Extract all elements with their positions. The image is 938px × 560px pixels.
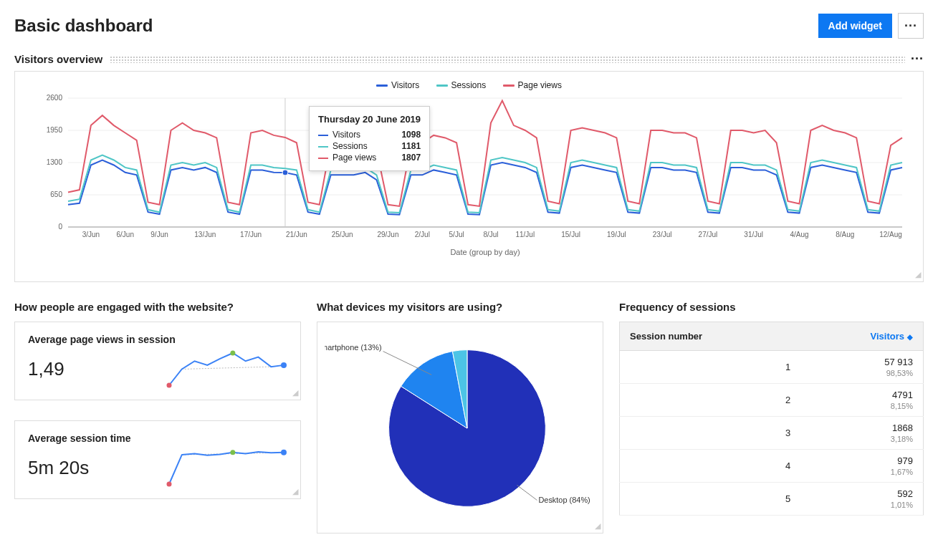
- svg-text:2600: 2600: [47, 95, 63, 102]
- kpi-pageviews-sparkline: [166, 349, 287, 389]
- overview-title: Visitors overview: [14, 53, 102, 65]
- svg-text:2/Jul: 2/Jul: [415, 231, 430, 238]
- frequency-title: Frequency of sessions: [619, 301, 924, 313]
- more-menu-button[interactable]: ···: [898, 13, 924, 39]
- svg-text:6/Jun: 6/Jun: [116, 231, 133, 238]
- frequency-section: Frequency of sessions Session number Vis…: [619, 301, 924, 534]
- overview-legend: Visitors Sessions Page views: [25, 80, 913, 90]
- sort-icon: ◆: [907, 333, 913, 341]
- overview-menu-button[interactable]: ···: [911, 52, 924, 67]
- engagement-title: How people are engaged with the website?: [14, 301, 301, 313]
- page-header: Basic dashboard Add widget ···: [14, 7, 924, 52]
- svg-point-12: [282, 170, 288, 175]
- svg-text:Desktop (84%): Desktop (84%): [538, 496, 590, 504]
- engagement-section: How people are engaged with the website?…: [14, 301, 301, 534]
- overview-chart-card: Visitors Sessions Page views 06501300195…: [14, 71, 924, 282]
- table-row[interactable]: 247918,15%: [620, 384, 924, 417]
- kpi-pageviews-card: Average page views in session 1,49 ◢: [14, 322, 301, 400]
- table-row[interactable]: 55921,01%: [620, 483, 924, 516]
- svg-text:Smartphone (13%): Smartphone (13%): [325, 343, 382, 352]
- svg-line-43: [517, 486, 537, 501]
- svg-point-36: [281, 362, 287, 368]
- svg-text:8/Aug: 8/Aug: [836, 231, 854, 238]
- svg-text:27/Jul: 27/Jul: [699, 231, 718, 238]
- resize-handle-icon[interactable]: ◢: [292, 487, 297, 496]
- svg-point-34: [167, 383, 172, 388]
- svg-point-35: [230, 351, 235, 356]
- legend-sessions[interactable]: Sessions: [436, 80, 487, 90]
- resize-handle-icon[interactable]: ◢: [915, 270, 920, 279]
- overview-widget-header: Visitors overview ···: [14, 52, 924, 67]
- svg-text:1950: 1950: [47, 126, 63, 134]
- tooltip-title: Thursday 20 June 2019: [318, 114, 421, 125]
- kpi-sessiontime-label: Average session time: [28, 433, 287, 444]
- table-row[interactable]: 318683,18%: [620, 417, 924, 450]
- svg-text:13/Jun: 13/Jun: [194, 231, 216, 238]
- svg-text:21/Jun: 21/Jun: [286, 231, 307, 238]
- resize-handle-icon[interactable]: ◢: [292, 388, 297, 397]
- resize-handle-icon[interactable]: ◢: [595, 521, 600, 531]
- svg-point-38: [230, 450, 235, 455]
- svg-text:15/Jul: 15/Jul: [561, 231, 580, 238]
- bottom-row: How people are engaged with the website?…: [14, 301, 924, 534]
- svg-point-37: [167, 482, 172, 487]
- svg-text:Date (group by day): Date (group by day): [450, 248, 520, 256]
- devices-pie-chart[interactable]: Smartphone (13%)Desktop (84%): [325, 335, 595, 521]
- svg-text:0: 0: [58, 223, 62, 231]
- svg-text:9/Jun: 9/Jun: [150, 231, 168, 238]
- kpi-sessiontime-sparkline: [166, 448, 287, 488]
- overview-chart-svg[interactable]: 06501300195026003/Jun6/Jun9/Jun13/Jun17/…: [25, 95, 913, 259]
- svg-text:31/Jul: 31/Jul: [744, 231, 763, 238]
- table-row[interactable]: 49791,67%: [620, 450, 924, 483]
- svg-text:23/Jul: 23/Jul: [653, 231, 672, 238]
- table-row[interactable]: 157 91398,53%: [620, 351, 924, 384]
- svg-text:11/Jul: 11/Jul: [515, 231, 535, 238]
- svg-text:29/Jun: 29/Jun: [377, 231, 398, 238]
- svg-text:5/Jul: 5/Jul: [449, 231, 464, 238]
- tooltip-label: Visitors: [332, 130, 360, 140]
- svg-text:12/Aug: 12/Aug: [879, 231, 902, 238]
- legend-visitors[interactable]: Visitors: [376, 80, 419, 90]
- legend-pageviews[interactable]: Page views: [503, 80, 562, 90]
- tooltip-label: Sessions: [332, 141, 368, 151]
- svg-text:25/Jun: 25/Jun: [332, 231, 353, 238]
- devices-title: What devices my visitors are using?: [317, 301, 603, 313]
- page-title: Basic dashboard: [14, 16, 153, 36]
- svg-point-39: [281, 450, 287, 455]
- kpi-pageviews-label: Average page views in session: [28, 334, 287, 345]
- tooltip-value: 1181: [401, 141, 421, 151]
- kpi-pageviews-value: 1,49: [28, 358, 64, 380]
- add-widget-button[interactable]: Add widget: [818, 14, 892, 38]
- devices-card: Smartphone (13%)Desktop (84%) ◢: [317, 322, 603, 534]
- kpi-sessiontime-value: 5m 20s: [28, 457, 89, 479]
- drag-handle[interactable]: [110, 56, 905, 63]
- tooltip-value: 1098: [401, 130, 421, 140]
- kpi-sessiontime-card: Average session time 5m 20s ◢: [14, 420, 301, 499]
- tooltip-label: Page views: [332, 153, 376, 163]
- svg-text:3/Jun: 3/Jun: [82, 231, 100, 238]
- chart-tooltip: Thursday 20 June 2019 Visitors1098 Sessi…: [309, 106, 430, 171]
- svg-text:17/Jun: 17/Jun: [240, 231, 262, 238]
- devices-section: What devices my visitors are using? Smar…: [317, 301, 603, 534]
- svg-text:650: 650: [50, 190, 62, 198]
- svg-text:1300: 1300: [47, 158, 63, 166]
- tooltip-value: 1807: [401, 153, 421, 163]
- svg-text:8/Jul: 8/Jul: [483, 231, 498, 238]
- header-actions: Add widget ···: [818, 13, 924, 39]
- col-visitors[interactable]: Visitors◆: [800, 322, 923, 351]
- col-session-number[interactable]: Session number: [620, 322, 801, 351]
- svg-text:19/Jul: 19/Jul: [607, 231, 626, 238]
- frequency-table: Session number Visitors◆ 157 91398,53%24…: [619, 322, 924, 516]
- svg-text:4/Aug: 4/Aug: [790, 231, 808, 238]
